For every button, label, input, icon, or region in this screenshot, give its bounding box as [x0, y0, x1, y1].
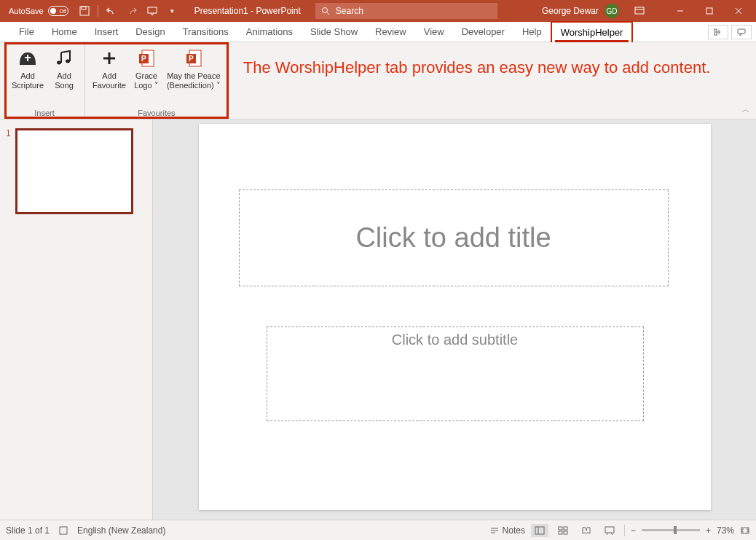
add-favourite-button[interactable]: Add Favourite [90, 45, 129, 109]
powerpoint-file-icon: P [135, 47, 158, 70]
tab-design[interactable]: Design [127, 22, 173, 42]
svg-text:P: P [189, 55, 194, 63]
tab-review[interactable]: Review [366, 22, 415, 42]
svg-rect-2 [148, 7, 157, 13]
svg-rect-1 [82, 7, 86, 9]
collapse-ribbon-icon[interactable]: ︿ [741, 103, 750, 116]
accessibility-icon[interactable] [58, 525, 68, 536]
slide-counter[interactable]: Slide 1 of 1 [6, 525, 50, 536]
ribbon: Add Scripture Add Song Insert Add Favour… [0, 42, 756, 120]
tab-file[interactable]: File [10, 22, 43, 42]
tab-animations[interactable]: Animations [237, 22, 302, 42]
add-song-button[interactable]: Add Song [48, 45, 80, 109]
tab-home[interactable]: Home [43, 22, 86, 42]
present-icon[interactable] [145, 4, 160, 18]
title-bar: AutoSave Off ▾ Presentation1 - PowerPoin… [0, 0, 756, 22]
svg-rect-31 [559, 527, 562, 530]
autosave-toggle[interactable]: AutoSave Off [9, 6, 68, 16]
tab-insert[interactable]: Insert [86, 22, 127, 42]
ribbon-group-favourites: Add Favourite P Grace Logo ˅ P May the P… [85, 42, 229, 119]
qat-more-icon[interactable]: ▾ [165, 4, 180, 18]
tab-developer[interactable]: Developer [453, 22, 513, 42]
plus-icon [98, 47, 121, 70]
svg-point-16 [66, 60, 70, 63]
reading-view-icon[interactable] [578, 524, 595, 537]
language-status[interactable]: English (New Zealand) [77, 525, 165, 536]
redo-icon[interactable] [125, 4, 139, 18]
user-area: George Dewar GD [542, 0, 753, 22]
tab-help[interactable]: Help [513, 22, 551, 42]
svg-text:P: P [141, 55, 146, 63]
share-button[interactable] [708, 25, 728, 39]
benediction-button[interactable]: P May the Peace (Benediction) ˅ [164, 45, 224, 109]
status-bar: Slide 1 of 1 English (New Zealand) Notes… [0, 520, 756, 540]
close-button[interactable] [724, 0, 753, 22]
svg-point-3 [322, 8, 327, 13]
slide-editor[interactable]: Click to add title Click to add subtitle [153, 120, 756, 520]
ribbon-group-label: Insert [34, 109, 55, 117]
grace-logo-button[interactable]: P Grace Logo ˅ [130, 45, 162, 109]
svg-rect-25 [60, 527, 67, 534]
slide-canvas[interactable]: Click to add title Click to add subtitle [199, 124, 711, 510]
powerpoint-file-icon: P [182, 47, 205, 70]
document-title: Presentation1 - PowerPoint [194, 6, 301, 16]
svg-rect-33 [559, 531, 562, 534]
svg-rect-14 [25, 57, 31, 58]
zoom-in-button[interactable]: + [706, 525, 711, 536]
ribbon-mode-icon[interactable] [625, 0, 654, 22]
ribbon-group-insert: Add Scripture Add Song Insert [4, 42, 85, 119]
svg-rect-34 [564, 531, 567, 534]
tab-view[interactable]: View [415, 22, 453, 42]
search-icon [321, 7, 330, 15]
zoom-out-button[interactable]: − [631, 525, 636, 536]
zoom-slider[interactable] [642, 529, 700, 531]
tab-transitions[interactable]: Transitions [174, 22, 237, 42]
slideshow-view-icon[interactable] [601, 524, 618, 537]
quick-access-toolbar: ▾ [77, 4, 180, 18]
tab-slideshow[interactable]: Slide Show [302, 22, 366, 42]
window-controls [666, 0, 753, 22]
sorter-view-icon[interactable] [554, 524, 572, 537]
svg-point-15 [57, 61, 61, 65]
search-box[interactable] [315, 3, 497, 19]
normal-view-icon[interactable] [531, 524, 548, 537]
avatar[interactable]: GD [605, 4, 619, 18]
svg-rect-32 [564, 527, 567, 530]
svg-rect-12 [738, 29, 745, 34]
svg-rect-5 [635, 7, 644, 14]
subtitle-placeholder[interactable]: Click to add subtitle [267, 326, 644, 421]
save-icon[interactable] [77, 4, 92, 18]
svg-rect-35 [605, 527, 614, 533]
toggle-switch[interactable]: Off [48, 6, 68, 16]
slide-number: 1 [6, 128, 11, 214]
bible-icon [16, 47, 39, 70]
ribbon-group-label: Favourites [138, 109, 175, 117]
slide-thumbnails-panel[interactable]: 1 [0, 120, 153, 520]
music-note-icon [52, 47, 76, 70]
tab-worshiphelper[interactable]: WorshipHelper [551, 21, 634, 42]
zoom-level[interactable]: 73% [717, 525, 734, 536]
workspace: 1 Click to add title Click to add subtit… [0, 120, 756, 520]
maximize-button[interactable] [695, 0, 724, 22]
notes-button[interactable]: Notes [489, 525, 525, 536]
annotation-text: The WorshipHelper tab provides an easy n… [229, 42, 725, 119]
svg-line-4 [327, 12, 329, 15]
search-input[interactable] [336, 6, 492, 16]
autosave-label: AutoSave [9, 7, 44, 15]
minimize-button[interactable] [666, 0, 695, 22]
add-scripture-button[interactable]: Add Scripture [9, 45, 47, 109]
comments-button[interactable] [731, 25, 752, 39]
ribbon-tabs: File Home Insert Design Transitions Anim… [0, 22, 756, 42]
user-name: George Dewar [542, 6, 599, 16]
thumbnail-row[interactable]: 1 [6, 128, 146, 214]
undo-icon[interactable] [104, 4, 119, 18]
svg-rect-29 [535, 527, 544, 534]
svg-rect-8 [706, 8, 712, 14]
fit-to-window-icon[interactable] [740, 526, 750, 535]
title-placeholder[interactable]: Click to add title [239, 189, 669, 286]
slide-thumbnail[interactable] [15, 128, 133, 214]
